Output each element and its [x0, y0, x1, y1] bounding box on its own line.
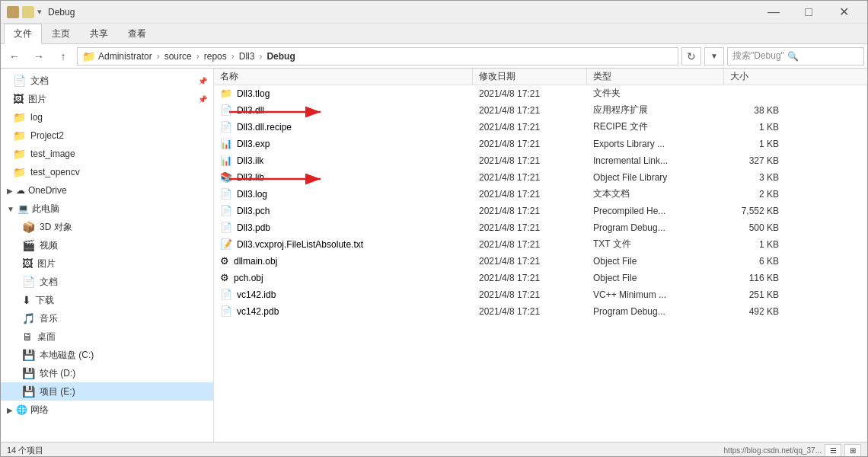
- sidebar-item-downloads[interactable]: ⬇ 下载: [1, 291, 213, 309]
- back-button[interactable]: ←: [4, 46, 25, 66]
- file-type: Incremental Link...: [587, 155, 724, 166]
- minimize-button[interactable]: —: [756, 1, 791, 24]
- table-row[interactable]: 📝 Dll3.vcxproj.FileListAbsolute.txt 2021…: [214, 236, 867, 253]
- sidebar-item-log[interactable]: 📁 log: [1, 108, 213, 126]
- file-type-icon: ⚙: [220, 255, 229, 267]
- file-name-cell: ⚙ dllmain.obj: [214, 255, 473, 267]
- up-button[interactable]: ↑: [53, 46, 74, 66]
- col-header-size[interactable]: 大小: [724, 69, 785, 85]
- col-header-type[interactable]: 类型: [587, 69, 724, 85]
- app-icon-small: [7, 6, 19, 18]
- path-sep-3: ›: [231, 51, 235, 62]
- path-part-root: Administrator: [98, 51, 152, 62]
- refresh-button[interactable]: ↻: [681, 47, 701, 66]
- file-date: 2021/4/8 17:21: [473, 155, 587, 166]
- table-row[interactable]: 📄 Dll3.log 2021/4/8 17:21 文本文档 2 KB: [214, 186, 867, 203]
- path-sep-4: ›: [259, 51, 262, 62]
- table-row[interactable]: 📄 vc142.pdb 2021/4/8 17:21 Program Debug…: [214, 303, 867, 320]
- address-input[interactable]: 📁 Administrator › source › repos › Dll3 …: [77, 47, 678, 66]
- file-name: Dll3.dll: [237, 105, 264, 116]
- pin-icon-pictures: 📌: [198, 95, 207, 104]
- file-name: vc142.pdb: [237, 306, 279, 317]
- view-list-button[interactable]: ☰: [825, 444, 841, 458]
- file-type: Object File: [587, 256, 724, 267]
- maximize-button[interactable]: □: [791, 1, 826, 24]
- file-name-cell: 📊 Dll3.ilk: [214, 155, 473, 166]
- file-name: pch.obj: [234, 273, 263, 283]
- tab-file[interactable]: 文件: [4, 24, 42, 44]
- onedrive-icon: ☁: [16, 185, 25, 196]
- view-grid-button[interactable]: ⊞: [844, 444, 861, 458]
- file-type: TXT 文件: [587, 238, 724, 251]
- sidebar-label-test-opencv: test_opencv: [30, 167, 80, 177]
- sidebar-section-thispc[interactable]: ▼ 💻 此电脑: [1, 200, 213, 218]
- sidebar-item-pictures[interactable]: 🖼 图片 📌: [1, 90, 213, 108]
- sidebar-item-project2[interactable]: 📁 Project2: [1, 126, 213, 145]
- app-icon-folder: [22, 6, 34, 18]
- forward-button[interactable]: →: [28, 46, 49, 66]
- file-name: dllmain.obj: [234, 256, 277, 267]
- file-size: 38 KB: [724, 105, 785, 116]
- sidebar-item-docs[interactable]: 📄 文档 📌: [1, 72, 213, 90]
- sidebar-item-3d[interactable]: 📦 3D 对象: [1, 218, 213, 236]
- file-name: Dll3.log: [237, 189, 267, 200]
- path-part-dll3: Dll3: [239, 51, 255, 62]
- file-name: Dll3.tlog: [237, 88, 270, 99]
- file-size: 1 KB: [724, 239, 785, 250]
- path-part-source: source: [164, 51, 192, 62]
- table-row[interactable]: ⚙ dllmain.obj 2021/4/8 17:21 Object File…: [214, 253, 867, 270]
- file-size: 500 KB: [724, 222, 785, 233]
- table-row[interactable]: ⚙ pch.obj 2021/4/8 17:21 Object File 116…: [214, 270, 867, 286]
- sidebar-item-desktop[interactable]: 🖥 桌面: [1, 328, 213, 346]
- table-row[interactable]: 📁 Dll3.tlog 2021/4/8 17:21 文件夹: [214, 85, 867, 102]
- sidebar-item-test-opencv[interactable]: 📁 test_opencv: [1, 163, 213, 181]
- dropdown-button[interactable]: ▼: [704, 47, 724, 66]
- file-type: Exports Library ...: [587, 139, 724, 149]
- sidebar-item-images[interactable]: 🖼 图片: [1, 254, 213, 273]
- sidebar-section-onedrive[interactable]: ▶ ☁ OneDrive: [1, 181, 213, 200]
- close-button[interactable]: ✕: [826, 1, 861, 24]
- tab-share[interactable]: 共享: [80, 24, 118, 43]
- table-row[interactable]: 📊 Dll3.exp 2021/4/8 17:21 Exports Librar…: [214, 136, 867, 152]
- file-type-icon: 📊: [220, 138, 232, 149]
- file-type: RECIPE 文件: [587, 120, 724, 133]
- table-row[interactable]: 📄 Dll3.pdb 2021/4/8 17:21 Program Debug.…: [214, 219, 867, 236]
- sidebar-item-video[interactable]: 🎬 视频: [1, 236, 213, 254]
- tab-home[interactable]: 主页: [42, 24, 80, 43]
- file-size: 327 KB: [724, 155, 785, 166]
- window-controls: — □ ✕: [756, 1, 861, 24]
- search-box[interactable]: 搜索"Debug" 🔍: [727, 47, 864, 66]
- sidebar-label-3d: 3D 对象: [40, 221, 72, 234]
- sidebar-item-drive-e[interactable]: 💾 项目 (E:): [1, 382, 213, 401]
- sidebar-section-network[interactable]: ▶ 🌐 网络: [1, 401, 213, 419]
- col-header-name[interactable]: 名称: [214, 69, 473, 85]
- col-header-date[interactable]: 修改日期: [473, 69, 587, 85]
- file-pane: 名称 修改日期 类型 大小 📁 Dll3.tlog 2021/4/8 17:21…: [214, 69, 867, 442]
- table-row[interactable]: 📄 vc142.idb 2021/4/8 17:21 VC++ Minimum …: [214, 286, 867, 303]
- table-row[interactable]: 📄 Dll3.dll 2021/4/8 17:21 应用程序扩展 38 KB: [214, 102, 867, 119]
- sidebar-label-pictures: 图片: [28, 93, 46, 106]
- table-row[interactable]: 📄 Dll3.pch 2021/4/8 17:21 Precompiled He…: [214, 203, 867, 219]
- table-row[interactable]: 📚 Dll3.lib 2021/4/8 17:21 Object File Li…: [214, 169, 867, 186]
- sidebar-item-drive-d[interactable]: 💾 软件 (D:): [1, 364, 213, 382]
- file-date: 2021/4/8 17:21: [473, 239, 587, 250]
- file-type-icon: 📁: [220, 88, 232, 99]
- tab-view[interactable]: 查看: [118, 24, 156, 43]
- file-name: Dll3.dll.recipe: [237, 122, 292, 133]
- table-row[interactable]: 📊 Dll3.ilk 2021/4/8 17:21 Incremental Li…: [214, 152, 867, 169]
- window-title: Debug: [48, 7, 756, 18]
- sidebar-item-documents[interactable]: 📄 文档: [1, 273, 213, 291]
- file-size: 116 KB: [724, 273, 785, 283]
- file-name: Dll3.pdb: [237, 222, 270, 233]
- sidebar-item-test-image[interactable]: 📁 test_image: [1, 145, 213, 163]
- sidebar-item-music[interactable]: 🎵 音乐: [1, 309, 213, 328]
- sidebar-item-drive-c[interactable]: 💾 本地磁盘 (C:): [1, 346, 213, 364]
- file-type-icon: 📄: [220, 305, 232, 317]
- thispc-arrow: ▼: [7, 205, 14, 213]
- file-name: Dll3.lib: [237, 172, 264, 183]
- video-icon: 🎬: [22, 239, 35, 251]
- title-dropdown-arrow[interactable]: ▾: [37, 7, 42, 17]
- path-sep-1: ›: [157, 51, 160, 62]
- table-row[interactable]: 📄 Dll3.dll.recipe 2021/4/8 17:21 RECIPE …: [214, 119, 867, 136]
- file-date: 2021/4/8 17:21: [473, 273, 587, 283]
